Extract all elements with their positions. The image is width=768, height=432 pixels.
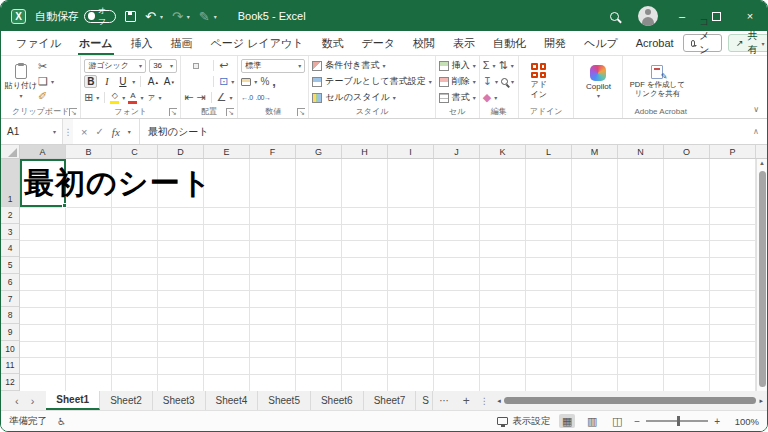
sheet-tab[interactable]: Sheet2 [100, 391, 153, 410]
underline-dropdown-icon[interactable]: ▾ [132, 78, 135, 85]
align-right-button[interactable] [202, 79, 208, 85]
ribbon-tab[interactable]: 自動化 [484, 31, 535, 55]
sort-filter-icon[interactable]: ⇅ [498, 60, 507, 71]
row-header[interactable]: 8 [1, 307, 19, 324]
vertical-scroll-thumb[interactable] [759, 171, 766, 387]
normal-view-icon[interactable]: ▦ [559, 414, 575, 428]
cells-menu-item[interactable]: 削除 ▾ [439, 74, 476, 89]
column-header[interactable]: P [710, 145, 756, 158]
italic-button[interactable]: I [100, 76, 113, 87]
zoom-in-icon[interactable]: + [714, 416, 720, 427]
column-header[interactable]: K [480, 145, 526, 158]
cells-area[interactable]: 最初のシート [20, 159, 756, 391]
sheet-tab-clipped[interactable]: S [416, 391, 433, 410]
wrap-text-icon[interactable]: ↩ [219, 60, 228, 71]
column-header[interactable]: J [434, 145, 480, 158]
prev-sheet-icon[interactable]: ‹ [15, 395, 19, 407]
autosave-toggle[interactable]: オフ [84, 10, 116, 23]
sheet-tab[interactable]: Sheet6 [311, 391, 364, 410]
collapse-ribbon-icon[interactable]: ∨ [753, 105, 759, 114]
column-header[interactable]: G [296, 145, 342, 158]
zoom-out-icon[interactable]: − [634, 416, 640, 427]
increase-decimal-icon[interactable]: ←.0 [241, 94, 252, 101]
expand-formula-bar-icon[interactable]: ∧ [745, 119, 767, 144]
scroll-left-icon[interactable]: ◂ [497, 397, 501, 405]
row-header[interactable]: 2 [1, 207, 19, 224]
next-sheet-icon[interactable]: › [31, 395, 35, 407]
fx-dropdown-icon[interactable]: ▾ [128, 128, 131, 135]
tab-scrollbar-splitter[interactable]: ⋮ [477, 391, 491, 410]
row-header[interactable]: 1 [1, 159, 19, 207]
clear-icon[interactable]: ◆ [483, 92, 491, 103]
format-painter-icon[interactable]: ✐ [38, 91, 47, 102]
sheet-tab[interactable]: Sheet3 [153, 391, 206, 410]
row-header[interactable]: 7 [1, 291, 19, 308]
column-header[interactable]: A [20, 145, 66, 158]
undo-icon[interactable]: ↶ [145, 10, 156, 23]
row-header[interactable]: 9 [1, 324, 19, 341]
currency-format-icon[interactable] [241, 78, 251, 86]
align-center-button[interactable] [193, 79, 199, 85]
row-header[interactable]: 10 [1, 341, 19, 358]
minimize-button[interactable]: – [665, 1, 699, 31]
display-settings-button[interactable]: 表示設定 [497, 415, 550, 428]
name-box-dropdown-icon[interactable]: ▾ [53, 128, 56, 135]
styles-menu-item[interactable]: セルのスタイル ▾ [312, 90, 431, 105]
sheet-tab[interactable]: Sheet5 [258, 391, 311, 410]
ribbon-tab[interactable]: 数式 [312, 31, 352, 55]
scroll-right-icon[interactable]: ▸ [759, 397, 763, 405]
page-layout-view-icon[interactable]: ▥ [584, 414, 600, 428]
vertical-scrollbar[interactable]: ▲ [756, 159, 767, 391]
accessibility-icon[interactable]: ♿ [57, 416, 66, 427]
autosave-control[interactable]: 自動保存 オフ [35, 9, 116, 24]
ribbon-tab[interactable]: 描画 [162, 31, 202, 55]
new-sheet-icon[interactable]: + [455, 391, 477, 410]
row-header[interactable]: 4 [1, 240, 19, 257]
row-header[interactable]: 6 [1, 274, 19, 291]
column-header[interactable]: D [158, 145, 204, 158]
autosum-icon[interactable]: Σ [483, 60, 490, 71]
row-header[interactable]: 5 [1, 257, 19, 274]
ribbon-tab[interactable]: ページ レイアウト [202, 31, 313, 55]
fill-color-button[interactable]: ◇ [110, 92, 119, 104]
ribbon-tab[interactable]: データ [352, 31, 404, 55]
save-icon[interactable] [125, 11, 136, 22]
column-header[interactable]: L [526, 145, 572, 158]
decrease-decimal-icon[interactable]: .00→ [256, 94, 271, 101]
column-header[interactable]: H [342, 145, 388, 158]
borders-icon[interactable]: ⊞ [84, 92, 93, 103]
addins-button[interactable]: アドイン [522, 58, 556, 105]
alignment-dialog-launcher-icon[interactable]: ↘ [226, 108, 234, 116]
sheet-tab[interactable]: Sheet4 [206, 391, 259, 410]
increase-indent-icon[interactable]: ⇥ [196, 92, 205, 103]
ribbon-tab[interactable]: ヘルプ [575, 31, 627, 55]
decrease-indent-icon[interactable]: ⇤ [184, 92, 193, 103]
ribbon-tab[interactable]: 表示 [444, 31, 484, 55]
increase-font-button[interactable]: A▴ [146, 76, 159, 87]
comments-button[interactable]: コメント [683, 34, 722, 52]
styles-menu-item[interactable]: 条件付き書式 ▾ [312, 58, 431, 73]
cells-menu-item[interactable]: 挿入 ▾ [439, 58, 476, 73]
column-header[interactable]: O [664, 145, 710, 158]
row-header[interactable]: 12 [1, 374, 19, 391]
number-dialog-launcher-icon[interactable]: ↘ [297, 108, 305, 116]
column-header[interactable]: F [250, 145, 296, 158]
ribbon-tab[interactable]: ホーム [70, 31, 122, 55]
share-button[interactable]: ↗ 共有 ▾ [728, 34, 768, 52]
select-all-corner[interactable] [1, 145, 20, 158]
comma-style-icon[interactable]: , [272, 75, 276, 88]
decrease-font-button[interactable]: A▾ [162, 76, 175, 87]
undo-dropdown-icon[interactable]: ▾ [160, 13, 163, 20]
ruby-icon[interactable]: ァ [146, 93, 155, 102]
font-name-select[interactable]: 游ゴシック▾ [84, 59, 146, 73]
page-break-view-icon[interactable]: ◫ [609, 414, 625, 428]
align-top-button[interactable] [184, 63, 190, 69]
find-select-icon[interactable] [501, 78, 508, 85]
paste-button[interactable]: 貼り付け ▾ [4, 58, 38, 105]
horizontal-scrollbar[interactable]: ◂ ▸ [493, 391, 767, 410]
copy-icon[interactable]: ❏ [38, 76, 48, 87]
name-box[interactable]: A1 ▾ [1, 119, 63, 144]
number-format-select[interactable]: 標準▾ [241, 59, 305, 73]
qat-customize-icon[interactable]: ▾ [214, 13, 217, 20]
ribbon-tab[interactable]: ファイル [7, 31, 70, 55]
